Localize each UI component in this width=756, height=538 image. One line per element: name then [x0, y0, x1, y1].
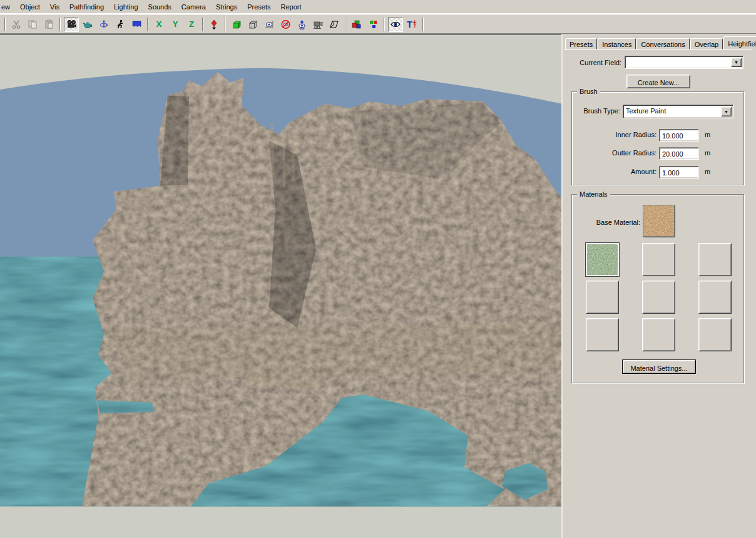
toolbar-separator: [4, 18, 6, 31]
paste-button[interactable]: [41, 17, 56, 32]
current-field-combobox[interactable]: ▼: [625, 56, 743, 69]
terrain-ledge-highlight: [113, 323, 557, 381]
cut-button[interactable]: [9, 17, 24, 32]
menu-item-sounds[interactable]: Sounds: [143, 2, 176, 12]
base-material-label: Base Material:: [572, 219, 640, 226]
rotate-gizmo-button[interactable]: [96, 17, 111, 32]
material-slot-8[interactable]: [642, 318, 675, 351]
eye-icon: [390, 19, 401, 29]
menu-item-presets[interactable]: Presets: [242, 2, 275, 12]
tab-heightfield[interactable]: Heightfield: [723, 36, 756, 49]
axis-x-icon: X: [156, 19, 162, 29]
materials-group: Materials Base Material: Material Settin…: [571, 194, 744, 383]
amount-field[interactable]: [659, 166, 699, 178]
solid-cube-icon: [232, 19, 242, 29]
brown-dirt-texture: [643, 205, 674, 236]
visibility-wedge-button[interactable]: [262, 17, 277, 32]
chevron-down-icon[interactable]: ▼: [731, 58, 742, 67]
polygon-outline-button[interactable]: [327, 17, 342, 32]
raise-visibility-button[interactable]: [294, 17, 309, 32]
copy-button[interactable]: [25, 17, 40, 32]
rgb-cubes-icon: [351, 19, 362, 29]
menu-item-pathfinding[interactable]: Pathfinding: [64, 2, 109, 12]
toolbar-separator: [422, 18, 424, 31]
material-slot-7[interactable]: [586, 318, 619, 351]
current-field-value: [625, 56, 731, 68]
brush-type-combobox[interactable]: Texture Paint ▼: [623, 105, 733, 118]
axis-z-button[interactable]: Z: [184, 17, 199, 32]
camera-dolly-button[interactable]: [310, 17, 325, 32]
drop-to-ground-button[interactable]: [207, 17, 222, 32]
flag-button[interactable]: [129, 17, 144, 32]
chevron-down-icon[interactable]: ▼: [721, 106, 732, 116]
tab-presets[interactable]: Presets: [565, 38, 597, 49]
camera-view-toggle[interactable]: [64, 17, 79, 32]
viewport-3d[interactable]: [0, 34, 561, 538]
toolbar-separator: [345, 18, 346, 31]
create-new-button[interactable]: Create New...: [626, 75, 690, 88]
menu-item-report[interactable]: Report: [276, 2, 307, 12]
toolbar-separator: [225, 18, 226, 31]
material-slot-4[interactable]: [586, 281, 619, 314]
color-swatches-button[interactable]: [365, 17, 381, 32]
axis-x-button[interactable]: X: [151, 17, 166, 32]
hide-visibility-button[interactable]: [278, 17, 293, 32]
teapot-button[interactable]: [80, 17, 95, 32]
tab-page-edge: [564, 49, 752, 50]
rgb-cubes-button[interactable]: [349, 17, 364, 32]
text-labels-icon: T + T: [407, 20, 416, 28]
wireframe-cube-icon: [248, 19, 258, 29]
inner-radius-field[interactable]: [659, 129, 699, 142]
menu-item-object[interactable]: Object: [15, 2, 45, 12]
solid-cube-button[interactable]: [229, 17, 244, 32]
movie-camera-icon: [66, 19, 77, 29]
axis-y-button[interactable]: Y: [168, 17, 183, 32]
walk-character-button[interactable]: [113, 17, 128, 32]
menu-item-vis[interactable]: Vis: [45, 2, 64, 12]
menu-item-camera[interactable]: Camera: [176, 2, 211, 12]
base-material-swatch[interactable]: [643, 205, 675, 237]
copy-icon: [28, 19, 38, 29]
green-grass-texture: [587, 244, 618, 275]
teapot-icon: [83, 19, 93, 29]
flag-icon: [131, 19, 142, 29]
material-slot-2[interactable]: [642, 243, 675, 276]
brush-group: Brush Brush Type: Texture Paint ▼ Inner …: [571, 91, 744, 185]
menu-item-strings[interactable]: Strings: [211, 2, 242, 12]
tab-instances[interactable]: Instances: [598, 38, 636, 49]
terrain-scene: [0, 35, 561, 538]
material-settings-button[interactable]: Material Settings...: [622, 360, 696, 374]
outer-radius-field[interactable]: [659, 147, 699, 160]
drop-to-ground-icon: [210, 19, 218, 29]
eye-toggle-button[interactable]: [388, 17, 403, 32]
cliff-streak: [292, 135, 295, 182]
camera-dolly-icon: [312, 19, 324, 29]
menu-item-view[interactable]: ew: [0, 2, 15, 12]
axis-y-icon: Y: [173, 19, 178, 29]
toolbar-separator: [147, 18, 148, 31]
inner-radius-label: Inner Radius:: [572, 131, 656, 138]
brush-group-title: Brush: [577, 88, 600, 95]
color-swatches-icon: [368, 19, 378, 29]
menu-bar: ew Object Vis Pathfinding Lighting Sound…: [0, 0, 756, 14]
paste-icon: [44, 19, 54, 29]
outer-radius-unit: m: [705, 149, 710, 157]
material-slot-5[interactable]: [642, 281, 675, 314]
visibility-wedge-icon: [264, 19, 275, 29]
amount-unit: m: [705, 168, 710, 175]
material-slot-6[interactable]: [698, 281, 732, 314]
material-slot-3[interactable]: [698, 243, 732, 276]
heightfield-panel: Presets Instances Conversations Overlap …: [561, 34, 756, 538]
running-man-icon: [115, 19, 125, 29]
material-slot-1[interactable]: [586, 243, 619, 276]
tab-overlap[interactable]: Overlap: [690, 38, 723, 49]
text-labels-button[interactable]: T + T: [404, 17, 419, 32]
raise-visibility-icon: [297, 19, 307, 29]
material-slot-9[interactable]: [698, 318, 732, 351]
menu-item-lighting[interactable]: Lighting: [109, 2, 143, 12]
current-field-label: Current Field:: [568, 59, 621, 66]
tab-conversations[interactable]: Conversations: [636, 38, 689, 49]
wireframe-cube-button[interactable]: [245, 17, 260, 32]
polygon-outline-icon: [329, 19, 339, 29]
cut-icon: [11, 19, 21, 29]
